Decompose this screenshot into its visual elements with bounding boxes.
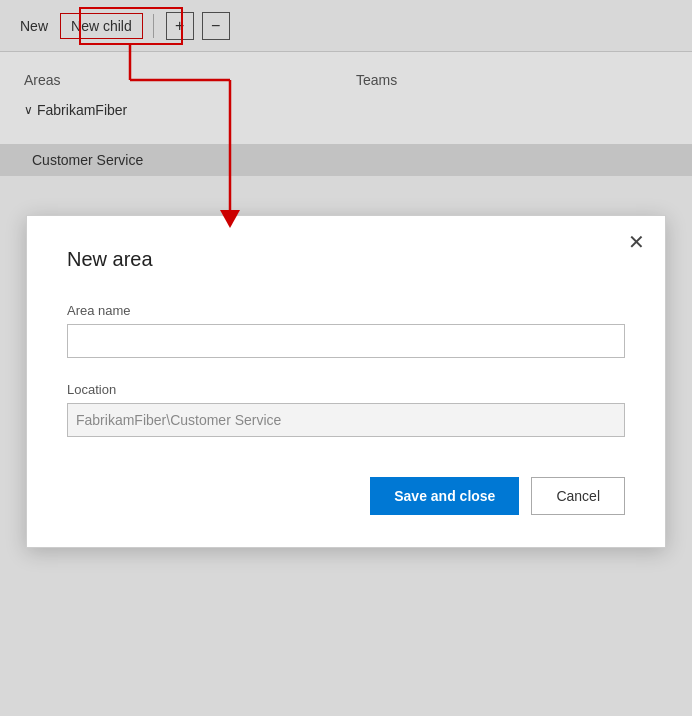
modal-overlay: New area ✕ Area name Location FabrikamFi… [0, 0, 692, 716]
new-area-dialog: New area ✕ Area name Location FabrikamFi… [26, 215, 666, 548]
save-and-close-button[interactable]: Save and close [370, 477, 519, 515]
cancel-button[interactable]: Cancel [531, 477, 625, 515]
location-value: FabrikamFiber\Customer Service [67, 403, 625, 437]
area-name-label: Area name [67, 303, 625, 318]
area-name-input[interactable] [67, 324, 625, 358]
close-button[interactable]: ✕ [628, 232, 645, 252]
location-label: Location [67, 382, 625, 397]
dialog-title: New area [67, 248, 625, 271]
dialog-footer: Save and close Cancel [67, 477, 625, 515]
area-name-field-group: Area name [67, 303, 625, 358]
location-field-group: Location FabrikamFiber\Customer Service [67, 382, 625, 437]
